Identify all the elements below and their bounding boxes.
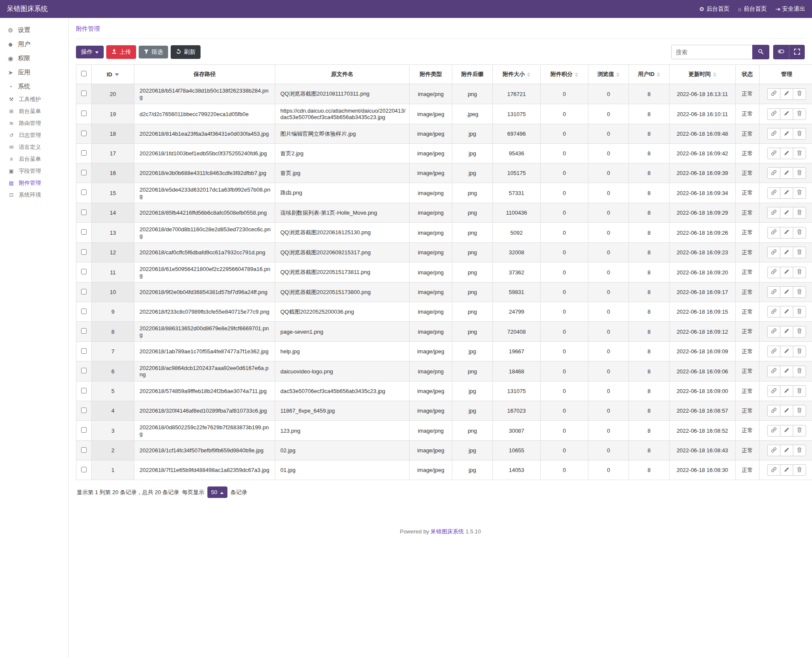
edit-button[interactable]	[780, 385, 793, 397]
edit-button[interactable]	[780, 346, 793, 357]
delete-button[interactable]	[793, 366, 806, 377]
link-button[interactable]	[767, 425, 780, 437]
search-button[interactable]	[752, 45, 769, 59]
upload-button[interactable]: 上传	[106, 45, 136, 59]
edit-button[interactable]	[780, 207, 793, 218]
row-checkbox[interactable]	[81, 170, 87, 175]
link-button[interactable]	[767, 405, 780, 416]
delete-button[interactable]	[793, 445, 806, 456]
col-views[interactable]: 浏览值	[588, 65, 629, 84]
row-checkbox[interactable]	[81, 111, 87, 116]
delete-button[interactable]	[793, 167, 806, 179]
edit-button[interactable]	[780, 267, 793, 278]
page-size-button[interactable]: 50	[207, 486, 227, 498]
link-button[interactable]	[767, 207, 780, 218]
delete-button[interactable]	[793, 267, 806, 278]
edit-button[interactable]	[780, 187, 793, 199]
sidebar-item-system[interactable]: ◔系统	[0, 79, 68, 93]
sidebar-item-permissions[interactable]: ◉权限	[0, 51, 68, 65]
fullscreen-button[interactable]	[789, 45, 805, 59]
link-button[interactable]	[767, 148, 780, 159]
row-checkbox[interactable]	[81, 269, 87, 274]
delete-button[interactable]	[793, 464, 806, 476]
row-checkbox[interactable]	[81, 90, 87, 96]
sidebar-item-admin-menu[interactable]: ≡后台菜单	[0, 153, 68, 165]
row-checkbox[interactable]	[81, 467, 87, 472]
edit-button[interactable]	[780, 464, 793, 476]
nav-backend-home[interactable]: ⚙后台首页	[699, 5, 729, 13]
toggle-view-button[interactable]	[773, 45, 789, 59]
edit-button[interactable]	[780, 88, 793, 100]
row-checkbox[interactable]	[81, 427, 87, 433]
col-uid[interactable]: 用户ID	[629, 65, 669, 84]
edit-button[interactable]	[780, 247, 793, 258]
refresh-button[interactable]: 刷新	[171, 45, 201, 59]
row-checkbox[interactable]	[81, 368, 87, 373]
link-button[interactable]	[767, 267, 780, 278]
delete-button[interactable]	[793, 227, 806, 239]
row-checkbox[interactable]	[81, 210, 87, 215]
sidebar-item-logs[interactable]: ↺日志管理	[0, 129, 68, 141]
edit-button[interactable]	[780, 227, 793, 239]
delete-button[interactable]	[793, 88, 806, 100]
row-checkbox[interactable]	[81, 447, 87, 453]
col-id[interactable]: ID	[92, 65, 134, 84]
link-button[interactable]	[767, 128, 780, 140]
nav-frontend-home[interactable]: ⌂前台首页	[738, 5, 767, 13]
col-updated[interactable]: 更新时间	[669, 65, 736, 84]
link-button[interactable]	[767, 227, 780, 239]
sidebar-item-attachments[interactable]: ▤附件管理	[0, 177, 68, 189]
link-button[interactable]	[767, 108, 780, 120]
nav-logout[interactable]: ⇥安全退出	[775, 5, 805, 13]
link-button[interactable]	[767, 167, 780, 179]
delete-button[interactable]	[793, 108, 806, 120]
row-checkbox[interactable]	[81, 249, 87, 255]
edit-button[interactable]	[780, 445, 793, 456]
page-title[interactable]: 附件管理	[76, 25, 100, 32]
row-checkbox[interactable]	[81, 289, 87, 294]
link-button[interactable]	[767, 346, 780, 357]
row-checkbox[interactable]	[81, 328, 87, 334]
row-checkbox[interactable]	[81, 348, 87, 354]
delete-button[interactable]	[793, 128, 806, 140]
link-button[interactable]	[767, 326, 780, 338]
link-button[interactable]	[767, 366, 780, 377]
row-checkbox[interactable]	[81, 388, 87, 393]
select-all-checkbox[interactable]	[81, 71, 87, 76]
delete-button[interactable]	[793, 306, 806, 317]
row-checkbox[interactable]	[81, 150, 87, 156]
edit-button[interactable]	[780, 405, 793, 416]
edit-button[interactable]	[780, 128, 793, 140]
sidebar-item-environment[interactable]: ⊡系统环境	[0, 189, 68, 201]
sidebar-item-users[interactable]: ☻用户	[0, 37, 68, 51]
link-button[interactable]	[767, 306, 780, 317]
link-button[interactable]	[767, 286, 780, 298]
delete-button[interactable]	[793, 385, 806, 397]
link-button[interactable]	[767, 445, 780, 456]
edit-button[interactable]	[780, 306, 793, 317]
delete-button[interactable]	[793, 286, 806, 298]
row-checkbox[interactable]	[81, 408, 87, 413]
delete-button[interactable]	[793, 346, 806, 357]
filter-button[interactable]: 筛选	[139, 46, 168, 59]
sidebar-item-routes[interactable]: ≋路由管理	[0, 117, 68, 129]
link-button[interactable]	[767, 385, 780, 397]
col-score[interactable]: 附件积分	[541, 65, 588, 84]
sidebar-item-tools[interactable]: ⚒工具维护	[0, 93, 68, 105]
delete-button[interactable]	[793, 405, 806, 416]
row-checkbox[interactable]	[81, 229, 87, 235]
sidebar-item-fields[interactable]: ▣字段管理	[0, 165, 68, 177]
sidebar-item-front-menu[interactable]: ⊞前台菜单	[0, 105, 68, 117]
action-dropdown-button[interactable]: 操作	[76, 46, 104, 58]
delete-button[interactable]	[793, 326, 806, 338]
search-input[interactable]	[671, 45, 752, 59]
link-button[interactable]	[767, 247, 780, 258]
row-checkbox[interactable]	[81, 309, 87, 314]
sidebar-item-language[interactable]: ✉语言定义	[0, 141, 68, 153]
sidebar-item-apps[interactable]: ➤应用	[0, 65, 68, 79]
edit-button[interactable]	[780, 167, 793, 179]
link-button[interactable]	[767, 464, 780, 476]
brand-link[interactable]: 呆错图床系统	[431, 528, 464, 535]
link-button[interactable]	[767, 88, 780, 100]
link-button[interactable]	[767, 187, 780, 199]
